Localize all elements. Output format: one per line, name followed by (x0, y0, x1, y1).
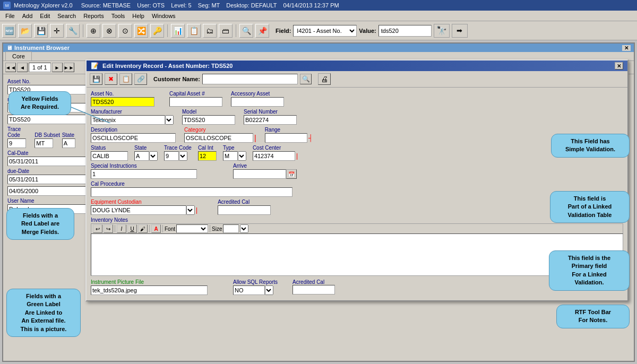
dialog-print-btn[interactable]: 🖨 (318, 73, 331, 85)
toolbar-exit-btn[interactable]: ➡ (452, 24, 468, 38)
equipment-custodian-input[interactable] (91, 205, 186, 215)
db-subset-input[interactable] (35, 138, 53, 148)
cal-procedure-input[interactable] (91, 187, 292, 197)
notes-size-dropdown[interactable]: ▼ (240, 224, 248, 233)
field-select[interactable]: I4201 - Asset No. (293, 25, 357, 37)
range-input[interactable] (265, 133, 307, 143)
trace-code-dropdown[interactable]: ▼ (179, 151, 187, 161)
trace-code-input-dialog[interactable] (164, 151, 179, 161)
type-label: Type (223, 145, 246, 151)
state-input[interactable] (134, 151, 149, 161)
asset-no-input[interactable] (91, 97, 154, 107)
model-input[interactable] (182, 115, 235, 125)
toolbar-btn-15[interactable]: 🔍 (239, 24, 253, 38)
notes-textarea[interactable] (91, 233, 623, 276)
toolbar-btn-12[interactable]: 📋 (187, 24, 201, 38)
asset-no-field: Asset No. (91, 91, 154, 107)
desc-input[interactable] (7, 115, 88, 124)
date3-input[interactable] (7, 186, 88, 196)
panel-close-btn[interactable]: ✕ (622, 45, 631, 51)
value-input[interactable] (378, 25, 432, 37)
type-input[interactable] (223, 151, 238, 161)
customer-name-input[interactable] (202, 74, 298, 84)
dialog-save-btn[interactable]: 💾 (90, 73, 102, 85)
dialog-title-icon: 📝 (91, 62, 99, 70)
toolbar-btn-8[interactable]: ⊙ (118, 24, 132, 38)
nav-fwd-btn[interactable]: ► (52, 63, 63, 72)
state-dropdown[interactable]: ▼ (149, 151, 158, 161)
app-icon: M (3, 2, 11, 9)
trace-code-input[interactable] (7, 138, 26, 148)
toolbar-btn-10[interactable]: 🔑 (150, 24, 164, 38)
serial-number-input[interactable] (244, 115, 297, 125)
callout-primary-field-text: This field is thePrimary fieldFor a Link… (568, 255, 610, 285)
accessory-asset-label: Accessory Asset (231, 91, 284, 97)
toolbar-btn-7[interactable]: ⊗ (102, 24, 116, 38)
menu-edit[interactable]: Edit (37, 12, 53, 20)
toolbar-btn-14[interactable]: 🗃 (219, 24, 233, 38)
customer-search-btn[interactable]: 🔍 (300, 74, 312, 84)
state-input-left[interactable] (62, 138, 75, 148)
dialog-link-btn[interactable]: 🔗 (134, 73, 147, 85)
menu-help[interactable]: Help (129, 12, 148, 20)
notes-font-select[interactable] (176, 224, 208, 233)
description-input[interactable] (91, 133, 176, 143)
allow-sql-dropdown[interactable]: ▼ (265, 285, 273, 295)
notes-font-color-btn[interactable]: A (151, 224, 161, 233)
type-dropdown[interactable]: ▼ (238, 151, 246, 161)
cost-center-input[interactable] (253, 151, 295, 161)
toolbar-btn-5[interactable]: 🔧 (66, 24, 80, 38)
nav-first-btn[interactable]: ◄◄ (5, 63, 16, 72)
toolbar-btn-1[interactable]: 🆕 (2, 24, 16, 38)
menu-tools[interactable]: Tools (108, 12, 128, 20)
toolbar-btn-2[interactable]: 📂 (18, 24, 32, 38)
nav-back-btn[interactable]: ◄ (17, 63, 28, 72)
category-indicator[interactable]: | (254, 134, 256, 142)
toolbar-btn-13[interactable]: 🗂 (203, 24, 217, 38)
menu-add[interactable]: Add (19, 12, 36, 20)
special-inst-input[interactable] (91, 169, 197, 179)
acredited-cal-input-bottom[interactable] (292, 285, 335, 294)
cal-date-input[interactable] (7, 157, 88, 166)
arrive-calendar-btn[interactable]: 📅 (286, 169, 297, 179)
toolbar-btn-6[interactable]: ⊕ (87, 24, 100, 38)
toolbar-btn-4[interactable]: ✛ (50, 24, 64, 38)
notes-size-input[interactable] (223, 224, 239, 233)
accessory-asset-input[interactable] (231, 97, 284, 107)
notes-undo-btn[interactable]: ↩ (93, 224, 102, 233)
capital-asset-label: Capital Asset # (169, 91, 222, 97)
toolbar-search-btn[interactable]: 🔭 (434, 24, 450, 38)
panel-title-bar: 🖥 Instrument Browser ✕ (3, 44, 634, 52)
capital-asset-input[interactable] (169, 97, 222, 107)
toolbar-btn-16[interactable]: 📌 (255, 24, 269, 38)
arrive-input[interactable] (233, 169, 286, 179)
cal-int-input[interactable] (198, 151, 217, 161)
due-date-input[interactable] (7, 175, 88, 184)
allow-sql-input[interactable] (233, 285, 265, 295)
notes-underline-btn[interactable]: U (127, 224, 137, 233)
status-input[interactable] (91, 151, 128, 161)
tab-core[interactable]: Core (5, 51, 32, 61)
form-row-7: Equipment Custodian ▼ | Acredited Cal (91, 199, 623, 215)
menu-search[interactable]: Search (54, 12, 79, 20)
toolbar-btn-9[interactable]: 🔀 (134, 24, 148, 38)
dialog-delete-btn[interactable]: ✖ (105, 73, 117, 85)
model-field: Model (182, 109, 235, 125)
menu-reports[interactable]: Reports (80, 12, 107, 20)
category-input[interactable] (184, 133, 253, 143)
notes-brush-btn[interactable]: 🖌 (138, 224, 148, 233)
custodian-dropdown[interactable]: ▼ (186, 205, 195, 215)
manufacturer-dropdown[interactable]: ▼ (165, 115, 174, 125)
nav-last-btn[interactable]: ►► (64, 63, 74, 72)
toolbar-btn-11[interactable]: 📊 (171, 24, 185, 38)
dialog-close-btn[interactable]: ✕ (615, 62, 623, 70)
toolbar-btn-3[interactable]: 💾 (34, 24, 48, 38)
instrument-picture-input[interactable] (91, 285, 208, 295)
dialog-copy-btn[interactable]: 📋 (119, 73, 132, 85)
notes-italic-btn[interactable]: I (117, 224, 126, 233)
notes-redo-btn[interactable]: ↪ (104, 224, 113, 233)
menu-file[interactable]: File (2, 12, 18, 20)
manufacturer-input[interactable] (91, 115, 165, 125)
menu-windows[interactable]: Windows (149, 12, 179, 20)
acredited-cal-input-top[interactable] (218, 205, 271, 215)
